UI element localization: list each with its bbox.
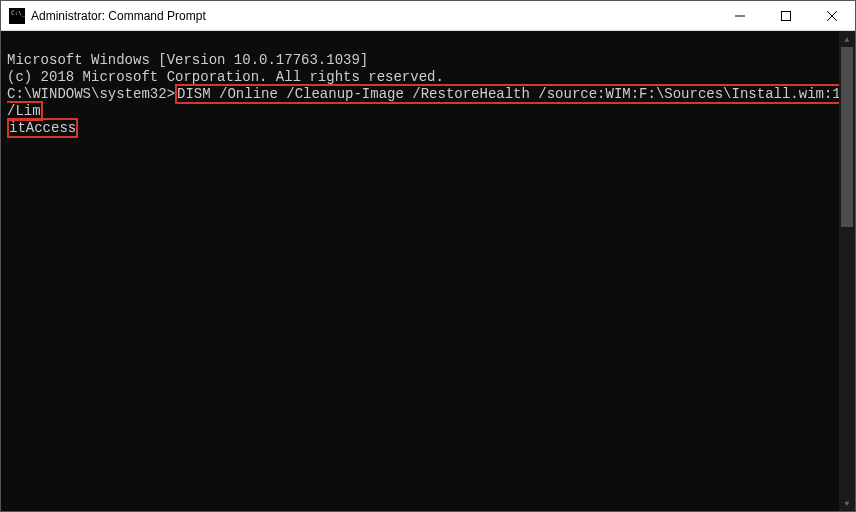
prompt-path: C:\WINDOWS\system32>	[7, 86, 175, 102]
close-button[interactable]	[809, 1, 855, 30]
scrollbar[interactable]: ▲ ▼	[839, 31, 855, 511]
scroll-down-arrow-icon[interactable]: ▼	[839, 495, 855, 511]
maximize-button[interactable]	[763, 1, 809, 30]
prompt-line: C:\WINDOWS\system32>DISM /Online /Cleanu…	[7, 84, 849, 121]
cmd-icon	[9, 8, 25, 24]
scrollbar-thumb[interactable]	[841, 47, 853, 227]
command-text-wrap: itAccess	[9, 120, 76, 136]
terminal-area[interactable]: Microsoft Windows [Version 10.0.17763.10…	[1, 31, 855, 511]
titlebar[interactable]: Administrator: Command Prompt	[1, 1, 855, 31]
window-title: Administrator: Command Prompt	[31, 9, 717, 23]
svg-rect-1	[782, 11, 791, 20]
command-prompt-window: Administrator: Command Prompt Microsoft …	[0, 0, 856, 512]
highlighted-command-wrap: itAccess	[7, 118, 78, 138]
scroll-up-arrow-icon[interactable]: ▲	[839, 31, 855, 47]
terminal-line: Microsoft Windows [Version 10.0.17763.10…	[7, 52, 849, 69]
window-controls	[717, 1, 855, 30]
minimize-button[interactable]	[717, 1, 763, 30]
